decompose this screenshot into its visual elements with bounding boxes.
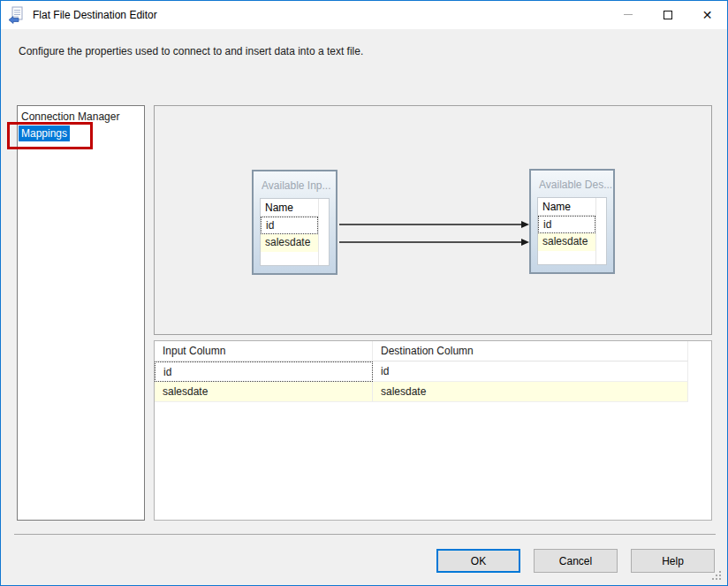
resize-grip[interactable]: [712, 571, 722, 581]
mapping-diagram-panel: Available Inp... Name id salesdate Avail…: [154, 105, 712, 335]
close-button[interactable]: ✕: [687, 1, 727, 28]
footer-separator: [14, 534, 716, 535]
grid-cell-destination-salesdate[interactable]: salesdate: [373, 382, 688, 402]
grid-row-salesdate: salesdate salesdate: [155, 382, 711, 402]
grid-header-row: Input Column Destination Column: [155, 341, 711, 361]
help-button[interactable]: Help: [631, 549, 715, 573]
maximize-button[interactable]: [648, 1, 687, 28]
minimize-icon: [624, 14, 633, 15]
window-title: Flat File Destination Editor: [33, 9, 157, 21]
ok-button[interactable]: OK: [436, 549, 520, 573]
grid-header-destination-column[interactable]: Destination Column: [373, 341, 688, 361]
close-icon: ✕: [702, 9, 713, 21]
mapping-arrow-salesdate[interactable]: [339, 239, 529, 246]
page-list: Connection Manager Mappings: [17, 105, 145, 521]
nav-item-mappings[interactable]: Mappings: [19, 126, 70, 141]
mapping-grid: Input Column Destination Column id id sa…: [154, 340, 712, 521]
maximize-icon: [664, 11, 672, 19]
grid-cell-input-id[interactable]: id: [155, 361, 373, 382]
grid-cell-destination-id[interactable]: id: [373, 361, 688, 382]
grid-cell-input-salesdate[interactable]: salesdate: [155, 382, 373, 402]
dialog-description: Configure the properties used to connect…: [19, 45, 363, 57]
mapping-arrows: [155, 106, 711, 334]
nav-item-connection-manager[interactable]: Connection Manager: [19, 109, 122, 125]
flat-file-destination-icon: [8, 6, 26, 24]
title-bar[interactable]: Flat File Destination Editor ✕: [1, 1, 727, 29]
flat-file-destination-editor-dialog: Flat File Destination Editor ✕ Configure…: [0, 0, 728, 586]
mapping-arrow-id[interactable]: [339, 221, 529, 228]
grid-header-input-column[interactable]: Input Column: [155, 341, 373, 361]
minimize-button: [608, 1, 648, 28]
grid-row-id: id id: [155, 361, 711, 382]
cancel-button[interactable]: Cancel: [534, 549, 618, 573]
